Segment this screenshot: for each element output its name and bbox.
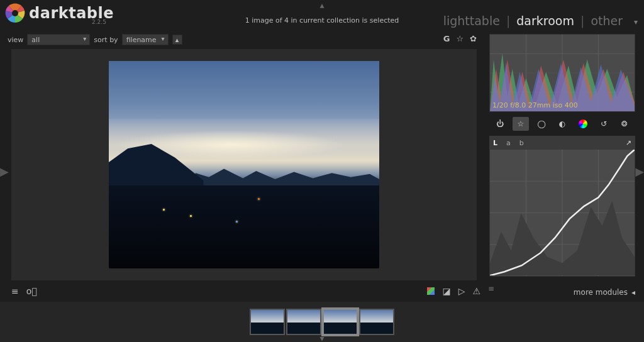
view-filter-label: view xyxy=(8,36,23,44)
right-panel: 1/20 f/8.0 27mm iso 400 ⏻ ☆ ◯ ◐ ↺ ❂ 〜 L … xyxy=(489,34,635,290)
star-overlay-icon[interactable]: ☆ xyxy=(456,34,464,43)
top-tool-icons: G ☆ ✿ xyxy=(443,34,477,43)
overexposed-icon[interactable]: ▷ xyxy=(458,286,465,296)
thumb-3[interactable] xyxy=(359,309,394,335)
view-darkroom[interactable]: darkroom xyxy=(516,14,574,28)
preferences-icon[interactable]: ✿ xyxy=(470,34,477,43)
module-group-tone[interactable]: ◐ xyxy=(554,117,570,131)
module-group-favorites[interactable]: ☆ xyxy=(513,117,529,131)
image-canvas[interactable] xyxy=(11,49,477,280)
filter-bar: view all sort by filename ▴ xyxy=(8,34,182,45)
filmstrip[interactable]: ▾ xyxy=(0,302,644,342)
view-filter-select[interactable]: all xyxy=(27,34,90,45)
gamut-check-icon[interactable]: ◪ xyxy=(442,286,450,296)
preview-image xyxy=(109,61,379,268)
thumb-2[interactable] xyxy=(323,309,358,335)
more-modules-handle-icon[interactable]: ≡ xyxy=(488,284,494,293)
chevron-left-icon: ◂ xyxy=(631,288,635,297)
curve-expand-icon[interactable]: ↗ xyxy=(626,139,631,147)
tone-curve[interactable] xyxy=(489,150,635,277)
histogram[interactable]: 1/20 f/8.0 27mm iso 400 xyxy=(489,34,635,112)
view-switcher: lighttable | darkroom | other xyxy=(443,14,623,28)
module-group-active[interactable]: ⏻ xyxy=(492,117,508,131)
exif-overlay: 1/20 f/8.0 27mm iso 400 xyxy=(492,101,578,109)
sort-label: sort by xyxy=(94,36,118,44)
raw-overexposed-icon[interactable]: ⚠ xyxy=(472,286,480,296)
thumb-0[interactable] xyxy=(250,309,285,335)
sort-select[interactable]: filename xyxy=(122,34,169,45)
curve-channel-L[interactable]: L xyxy=(493,139,497,147)
right-panel-toggle-icon[interactable]: ▶ xyxy=(635,165,644,178)
grouping-icon[interactable]: G xyxy=(443,34,450,43)
more-modules-button[interactable]: more modules◂ xyxy=(574,288,635,297)
sort-direction-button[interactable]: ▴ xyxy=(172,35,182,45)
module-group-color[interactable] xyxy=(575,117,591,131)
views-dropdown-icon[interactable]: ▾ xyxy=(634,18,638,26)
svg-point-0 xyxy=(12,10,18,16)
view-other[interactable]: other xyxy=(591,14,623,28)
left-panel-toggle-icon[interactable]: ▶ xyxy=(0,165,9,178)
thumb-1[interactable] xyxy=(286,309,321,335)
module-group-effect[interactable]: ❂ xyxy=(616,117,633,131)
view-lighttable[interactable]: lighttable xyxy=(443,14,500,28)
module-group-basic[interactable]: ◯ xyxy=(533,117,550,131)
quick-presets-icon[interactable]: ≡ xyxy=(11,286,19,296)
styles-icon[interactable]: oͦ xyxy=(26,286,37,296)
module-group-row: ⏻ ☆ ◯ ◐ ↺ ❂ xyxy=(489,112,635,136)
bottom-toolbar: ≡ oͦ ◪ ▷ ⚠ xyxy=(11,284,480,298)
collapse-filmstrip-icon[interactable]: ▾ xyxy=(319,333,324,342)
softproof-icon[interactable] xyxy=(427,287,435,295)
curve-channel-b[interactable]: b xyxy=(519,139,524,147)
curve-channel-a[interactable]: a xyxy=(506,139,511,147)
module-group-correct[interactable]: ↺ xyxy=(596,117,612,131)
